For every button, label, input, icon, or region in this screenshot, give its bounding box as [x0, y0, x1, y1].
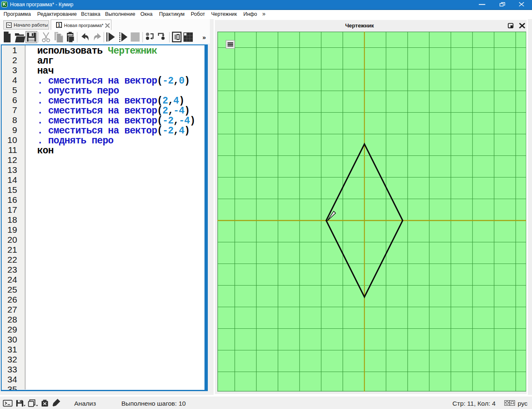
- svg-text:1: 1: [58, 22, 60, 27]
- svg-text:»: »: [202, 34, 206, 41]
